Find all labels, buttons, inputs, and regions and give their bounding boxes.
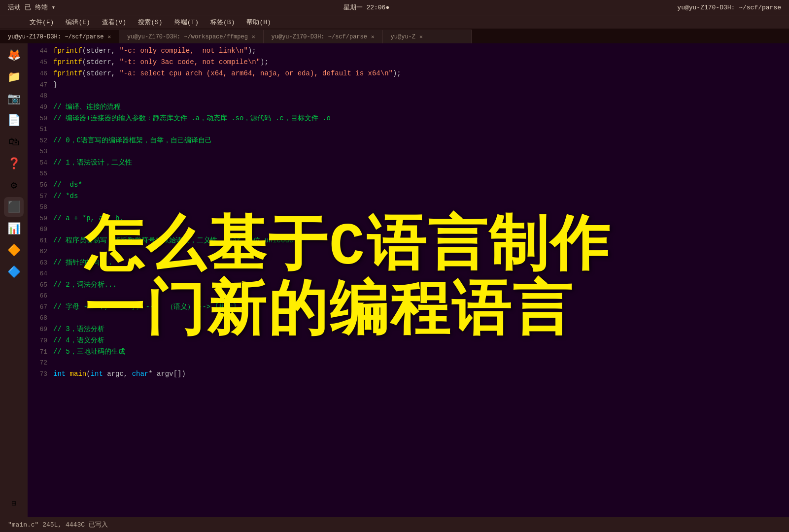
- vlc-icon[interactable]: 🔶: [4, 240, 24, 260]
- firefox-icon[interactable]: 🦊: [4, 45, 24, 65]
- line-45: 45 fprintf(stderr, "-t: only 3ac code, n…: [28, 57, 789, 68]
- vscode-icon[interactable]: 🔷: [4, 262, 24, 282]
- media-icon[interactable]: 📷: [4, 89, 24, 108]
- tab-3-label: yu@yu-Z: [391, 33, 415, 40]
- bottom-bar: "main.c" 245L, 4443C 已写入: [0, 517, 789, 532]
- activities-label[interactable]: 活动: [8, 3, 21, 12]
- help-icon[interactable]: ❓: [4, 154, 24, 173]
- terminal-app-label[interactable]: 已 终端 ▾: [25, 3, 55, 12]
- menu-tabs[interactable]: 标签(B): [208, 17, 237, 28]
- settings-icon[interactable]: ⚙: [4, 175, 24, 195]
- tab-2-close[interactable]: ✕: [371, 33, 375, 40]
- top-bar-center: 星期一 22:06●: [343, 3, 390, 12]
- line-71: 71 // 5，三地址码的生成: [28, 346, 789, 358]
- menu-help[interactable]: 帮助(H): [244, 17, 273, 28]
- tab-0-close[interactable]: ✕: [107, 33, 111, 40]
- store-icon[interactable]: 🛍: [4, 132, 24, 152]
- top-bar-left: 活动 已 终端 ▾: [8, 3, 55, 12]
- menu-file[interactable]: 文件(F): [28, 17, 56, 28]
- tab-3[interactable]: yu@yu-Z ✕: [383, 30, 472, 43]
- line-53: 53: [28, 146, 789, 157]
- tab-1[interactable]: yu@yu-Z170-D3H: ~/workspace/ffmpeg ✕: [119, 30, 263, 43]
- line-63: 63 // 指针的指向...: [28, 257, 789, 268]
- tab-bar: yu@yu-Z170-D3H: ~/scf/parse ✕ yu@yu-Z170…: [0, 29, 789, 43]
- line-64: 64: [28, 268, 789, 279]
- line-48: 48: [28, 91, 789, 101]
- code-lines: 44 fprintf(stderr, "-c: only compile, no…: [28, 45, 789, 380]
- tab-1-close[interactable]: ✕: [252, 33, 255, 40]
- line-51: 51: [28, 124, 789, 135]
- line-50: 50 // 编译器+连接器的输入参数：静态库文件 .a，动态库 .so，源代码 …: [28, 113, 789, 124]
- menu-bar: 文件(F) 编辑(E) 查看(V) 搜索(S) 终端(T) 标签(B) 帮助(H…: [0, 15, 789, 29]
- line-70: 70 // 4，语义分析: [28, 335, 789, 346]
- line-55: 55: [28, 168, 789, 179]
- session-info: yu@yu-Z170-D3H: ~/scf/parse: [677, 4, 781, 11]
- bottom-status: "main.c" 245L, 4443C 已写入: [8, 520, 108, 529]
- tab-0-label: yu@yu-Z170-D3H: ~/scf/parse: [8, 33, 103, 40]
- line-58: 58: [28, 202, 789, 213]
- tab-2-label: yu@yu-Z170-D3H: ~/scf/parse: [272, 33, 367, 40]
- datetime: 星期一 22:06●: [343, 4, 390, 11]
- menu-view[interactable]: 查看(V): [100, 17, 128, 28]
- line-72: 72: [28, 358, 789, 368]
- line-54: 54 // 1，语法设计，二义性: [28, 157, 789, 168]
- line-67: 67 // 字母 --> 词 --> 句子 --> （语义） --> [执行]: [28, 301, 789, 313]
- line-68: 68: [28, 313, 789, 324]
- menu-search[interactable]: 搜索(S): [136, 17, 164, 28]
- files-icon[interactable]: 📁: [4, 67, 24, 87]
- line-46: 46 fprintf(stderr, "-a: select cpu arch …: [28, 68, 789, 79]
- line-56: 56 // ds*: [28, 179, 789, 191]
- line-65: 65 // 2，词法分析...: [28, 279, 789, 291]
- line-62: 62: [28, 246, 789, 257]
- tab-1-label: yu@yu-Z170-D3H: ~/workspace/ffmpeg: [127, 33, 248, 40]
- line-69: 69 // 3，语法分析: [28, 324, 789, 335]
- line-59: 59 // a + *p, a * b,: [28, 213, 789, 224]
- line-61: 61 // 程序员容易写，接近数学符号的原始语义，二义性，char 16位 un…: [28, 235, 789, 246]
- menu-edit[interactable]: 编辑(E): [64, 17, 92, 28]
- tab-2[interactable]: yu@yu-Z170-D3H: ~/scf/parse ✕: [264, 30, 383, 43]
- top-bar: 活动 已 终端 ▾ 星期一 22:06● yu@yu-Z170-D3H: ~/s…: [0, 0, 789, 15]
- line-47: 47 }: [28, 79, 789, 91]
- main-area: 🦊 📁 📷 📄 🛍 ❓ ⚙ ⬛ 📊 🔶 🔷 ⊞ 44 fprintf(stder…: [0, 43, 789, 517]
- line-49: 49 // 编译、连接的流程: [28, 101, 789, 113]
- line-44: 44 fprintf(stderr, "-c: only compile, no…: [28, 45, 789, 57]
- sidebar: 🦊 📁 📷 📄 🛍 ❓ ⚙ ⬛ 📊 🔶 🔷 ⊞: [0, 43, 28, 517]
- line-66: 66: [28, 291, 789, 301]
- tab-0[interactable]: yu@yu-Z170-D3H: ~/scf/parse ✕: [0, 30, 119, 43]
- grid-icon[interactable]: ⊞: [4, 494, 24, 513]
- spreadsheet-icon[interactable]: 📊: [4, 219, 24, 238]
- top-bar-right: yu@yu-Z170-D3H: ~/scf/parse: [677, 4, 781, 11]
- line-57: 57 // *ds: [28, 191, 789, 202]
- code-area[interactable]: 44 fprintf(stderr, "-c: only compile, no…: [28, 43, 789, 517]
- document-icon[interactable]: 📄: [4, 110, 24, 130]
- line-52: 52 // 0，C语言写的编译器框架，自举，自己编译自己: [28, 135, 789, 146]
- tab-3-close[interactable]: ✕: [419, 33, 423, 40]
- line-60: 60: [28, 224, 789, 235]
- terminal-icon[interactable]: ⬛: [4, 197, 24, 217]
- line-73: 73 int main(int argc, char* argv[]): [28, 368, 789, 380]
- menu-terminal[interactable]: 终端(T): [172, 17, 201, 28]
